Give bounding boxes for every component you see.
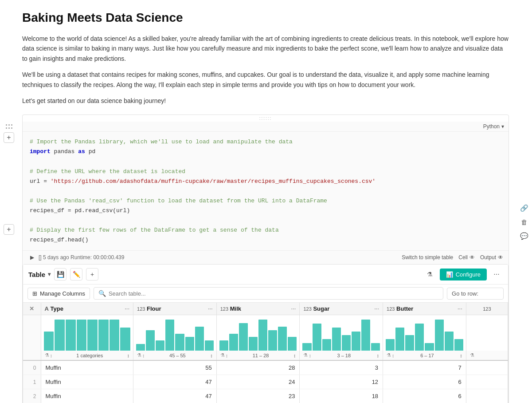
- stats-num-cell: [23, 351, 41, 360]
- language-selector[interactable]: Python ▾: [483, 123, 504, 130]
- add-col-button[interactable]: +: [86, 268, 98, 281]
- sort-flour-right-icon[interactable]: ↕: [210, 353, 213, 358]
- table-toolbar: Table ▾ 💾 ✏️ + ⚗: [23, 265, 508, 284]
- cell-runtime: [] 5 days ago Runtime: 00:00:00.439: [39, 254, 124, 261]
- histogram-sugar: [300, 315, 383, 351]
- trash-icon[interactable]: 🗑: [521, 218, 528, 226]
- col-name-sugar: Sugar: [313, 305, 329, 312]
- sort-sugar-icon[interactable]: ↕: [309, 353, 311, 358]
- col-name-milk: Milk: [230, 305, 241, 312]
- search-icon: 🔍: [98, 290, 106, 297]
- cell-status-bar: ▶ [] 5 days ago Runtime: 00:00:00.439 Sw…: [23, 250, 509, 264]
- goto-row-control: Go to row:: [447, 288, 504, 300]
- goto-row-input[interactable]: [481, 290, 499, 297]
- drag-handle[interactable]: [6, 124, 12, 129]
- code-line-5: # Use the Pandas 'read_csv' function to …: [30, 198, 327, 204]
- type-range: 1 categories: [76, 353, 103, 358]
- table-title-chevron-icon: ▾: [48, 271, 51, 277]
- sugar-range: 3 – 18: [337, 353, 351, 358]
- type-123-icon-milk: 123: [220, 306, 228, 312]
- run-button[interactable]: ▶: [28, 253, 36, 261]
- row-index-1: 1: [23, 375, 41, 389]
- comment-icon[interactable]: 💬: [520, 232, 528, 240]
- edit-icon: ✏️: [73, 271, 80, 278]
- manage-columns-button[interactable]: ⊞ Manage Columns: [27, 288, 90, 300]
- type-a-icon: A: [45, 305, 49, 312]
- cell-label: Cell: [458, 254, 468, 261]
- intro-paragraph-3: Let's get started on our data science ba…: [22, 96, 509, 106]
- col-menu-type-button[interactable]: ···: [125, 305, 129, 312]
- stats-sugar: ⚗ ↕ 3 – 18 ↕: [300, 351, 383, 360]
- row-num-header: ✕: [23, 303, 41, 315]
- col-header-milk: 123 Milk ···: [216, 303, 300, 315]
- histogram-row-num-cell: [23, 315, 41, 351]
- link-icon[interactable]: 🔗: [520, 204, 528, 212]
- code-block[interactable]: # Import the Pandas library, which we'll…: [23, 132, 509, 250]
- edit-table-button[interactable]: ✏️: [70, 268, 82, 281]
- filter-flour-icon[interactable]: ⚗: [137, 352, 141, 358]
- type-123-icon-sugar: 123: [303, 306, 311, 312]
- search-box[interactable]: 🔍: [94, 287, 443, 300]
- goto-row-label: Go to row:: [452, 290, 478, 297]
- type-123-icon-more: 123: [483, 306, 491, 312]
- collapse-rows-button[interactable]: ✕: [27, 304, 36, 313]
- search-input[interactable]: [109, 290, 438, 297]
- histogram-butter: [383, 315, 466, 351]
- configure-button[interactable]: 📊 Configure: [440, 269, 487, 281]
- filter-button[interactable]: ⚗: [424, 268, 436, 281]
- code-line-1: # Import the Pandas library, which we'll…: [30, 138, 293, 145]
- output-visibility-toggle[interactable]: Output 👁: [480, 254, 503, 261]
- cell-sugar-2: 18: [300, 389, 383, 403]
- cell-eye-icon: 👁: [469, 254, 475, 261]
- intro-paragraph-1: Welcome to the world of data science! As…: [22, 34, 509, 63]
- filter-type-icon[interactable]: ⚗: [45, 352, 49, 358]
- data-table-wrapper: ✕ A Type ···: [23, 303, 508, 403]
- filter-more-icon[interactable]: ⚗: [470, 352, 474, 358]
- sort-milk-icon[interactable]: ↕: [226, 353, 228, 358]
- cell-flour-0: 55: [133, 360, 217, 375]
- filter-icon: ⚗: [427, 271, 433, 278]
- code-line-3: # Define the URL where the dataset is lo…: [30, 168, 185, 175]
- cell-milk-0: 28: [216, 360, 300, 375]
- add-cell-above-button[interactable]: +: [4, 132, 14, 143]
- cell-sugar-0: 3: [300, 360, 383, 375]
- table-row: 1 Muffin 47 24 12 6: [23, 375, 508, 389]
- filter-milk-icon[interactable]: ⚗: [220, 352, 225, 358]
- data-table-section: Table ▾ 💾 ✏️ + ⚗: [23, 264, 509, 403]
- stats-flour: ⚗ ↕ 45 – 55 ↕: [133, 351, 217, 360]
- col-menu-sugar-button[interactable]: ···: [374, 305, 379, 312]
- configure-label: Configure: [456, 271, 481, 278]
- filter-sugar-icon[interactable]: ⚗: [303, 352, 308, 358]
- stats-more: ⚗: [466, 351, 508, 360]
- col-header-flour: 123 Flour ···: [133, 303, 217, 315]
- sort-type-icon[interactable]: ↕: [50, 353, 53, 358]
- histogram-milk: [216, 315, 300, 351]
- more-dots-icon: ···: [493, 270, 499, 278]
- col-menu-milk-button[interactable]: ···: [291, 305, 296, 312]
- col-menu-butter-button[interactable]: ···: [458, 305, 462, 312]
- cell-top-bar: Python ▾: [23, 122, 509, 132]
- type-123-icon-butter: 123: [387, 306, 395, 312]
- histogram-flour: [133, 315, 217, 351]
- sort-sugar-right-icon[interactable]: ↕: [377, 353, 379, 358]
- switch-table-button[interactable]: Switch to simple table: [402, 254, 453, 261]
- table-title-dropdown[interactable]: Table ▾: [28, 271, 51, 278]
- more-options-button[interactable]: ···: [490, 268, 503, 281]
- row-index-2: 2: [23, 389, 41, 403]
- col-menu-flour-button[interactable]: ···: [208, 305, 213, 312]
- sort-butter-icon[interactable]: ↕: [392, 353, 395, 358]
- table-filter-bar: ⊞ Manage Columns 🔍 Go to row:: [23, 284, 508, 303]
- sort-milk-right-icon[interactable]: ↕: [293, 353, 296, 358]
- notebook-title: Baking Meets Data Science: [22, 11, 509, 25]
- save-table-button[interactable]: 💾: [54, 268, 66, 281]
- add-cell-below-button[interactable]: +: [4, 224, 14, 235]
- sort-butter-right-icon[interactable]: ↕: [460, 353, 462, 358]
- cell-type-2: Muffin: [41, 389, 133, 403]
- code-line-7: # Display the first few rows of the Data…: [30, 227, 279, 233]
- sort-type-right-icon[interactable]: ↕: [127, 353, 130, 358]
- cell-drag-handle[interactable]: ::::::: [23, 115, 509, 122]
- cell-visibility-toggle[interactable]: Cell 👁: [458, 254, 475, 261]
- filter-butter-icon[interactable]: ⚗: [387, 352, 391, 358]
- sort-flour-icon[interactable]: ↕: [142, 353, 145, 358]
- table-row: 2 Muffin 47 23 18 6: [23, 389, 508, 403]
